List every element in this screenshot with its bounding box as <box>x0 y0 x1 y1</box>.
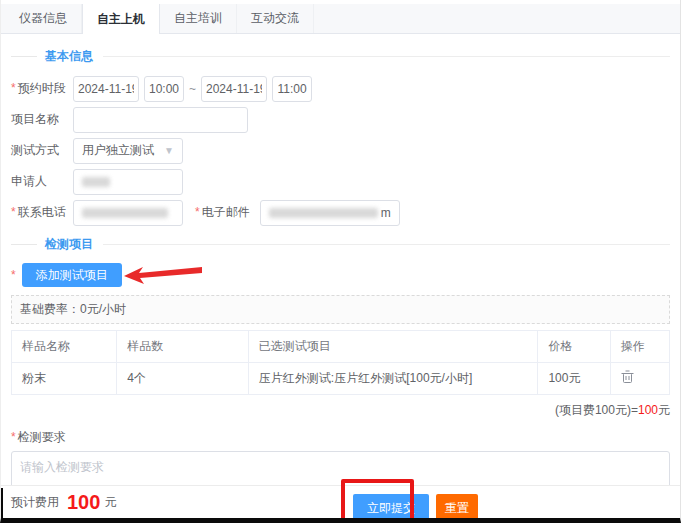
header-operation: 操作 <box>610 331 669 363</box>
test-mode-label: 测试方式 <box>11 142 73 159</box>
section-test-items-title: 检测项目 <box>45 236 93 253</box>
tab-self-training[interactable]: 自主培训 <box>160 4 237 33</box>
required-star: * <box>11 268 16 282</box>
base-rate-box: 基础费率：0元/小时 <box>11 295 670 324</box>
header-sample-name: 样品名称 <box>12 331 117 363</box>
cell-sample-name: 粉末 <box>12 363 117 395</box>
red-annotation-arrow-icon <box>124 265 204 285</box>
tab-bar: 仪器信息 自主上机 自主培训 互动交流 <box>1 4 680 34</box>
row-project-name: 项目名称 <box>11 106 670 133</box>
estimated-fee-label: 预计费用 <box>11 494 59 511</box>
header-price: 价格 <box>538 331 610 363</box>
divider-line <box>11 244 37 245</box>
form-content: 基本信息 *预约时段 ~ 项目名称 测试方式 用户独立测试 ▼ <box>1 34 680 518</box>
start-time-input[interactable] <box>144 76 184 102</box>
delete-item-button[interactable] <box>621 370 634 384</box>
test-items-table: 样品名称 样品数 已选测试项目 价格 操作 粉末 4个 压片红外测试:压片红外测… <box>11 330 670 395</box>
start-date-input[interactable] <box>73 76 139 102</box>
row-contact: *联系电话 *电子邮件 m <box>11 199 670 226</box>
test-mode-value: 用户独立测试 <box>82 142 154 159</box>
table-row: 粉末 4个 压片红外测试:压片红外测试[100元/小时] 100元 <box>12 363 670 395</box>
divider-line <box>11 56 37 57</box>
instrument-booking-page: 仪器信息 自主上机 自主培训 互动交流 基本信息 *预约时段 ~ 项目名称 <box>0 0 681 523</box>
chevron-down-icon: ▼ <box>164 145 174 156</box>
required-star: * <box>195 205 200 219</box>
email-label: *电子邮件 <box>195 204 260 221</box>
footer-bar: 预计费用 100 元 立即提交 重置 <box>1 485 680 518</box>
end-time-input[interactable] <box>272 76 312 102</box>
required-star: * <box>11 81 16 95</box>
date-range-separator: ~ <box>189 82 196 96</box>
section-basic-info: 基本信息 <box>11 48 670 65</box>
project-name-input[interactable] <box>73 107 248 133</box>
tab-instrument-info[interactable]: 仪器信息 <box>5 4 82 33</box>
tab-self-operation[interactable]: 自主上机 <box>82 4 160 34</box>
footer-buttons: 立即提交 重置 <box>353 494 478 522</box>
trash-icon <box>621 370 634 384</box>
redacted-email-value <box>269 208 378 218</box>
phone-input[interactable] <box>73 200 183 226</box>
add-test-item-row: * 添加测试项目 <box>11 263 670 287</box>
fee-summary-value: 100 <box>638 403 658 417</box>
section-basic-info-title: 基本信息 <box>45 48 93 65</box>
reservation-label: *预约时段 <box>11 80 73 97</box>
email-visible-suffix: m <box>381 206 391 220</box>
submit-button[interactable]: 立即提交 <box>353 494 429 522</box>
header-selected-tests: 已选测试项目 <box>248 331 538 363</box>
window-frame-edge <box>1 488 3 518</box>
applicant-label: 申请人 <box>11 173 73 190</box>
row-reservation-period: *预约时段 ~ <box>11 75 670 102</box>
applicant-input[interactable] <box>73 169 183 195</box>
cell-price: 100元 <box>538 363 610 395</box>
table-header-row: 样品名称 样品数 已选测试项目 价格 操作 <box>12 331 670 363</box>
fee-summary: (项目费100元)=100元 <box>11 402 670 419</box>
requirements-label: *检测要求 <box>11 429 670 446</box>
cell-sample-count: 4个 <box>117 363 249 395</box>
add-test-item-button[interactable]: 添加测试项目 <box>22 263 122 287</box>
required-star: * <box>11 205 16 219</box>
redacted-phone-value <box>82 208 168 218</box>
redacted-applicant-value <box>82 177 110 187</box>
row-applicant: 申请人 <box>11 168 670 195</box>
base-rate-text: 基础费率：0元/小时 <box>20 302 126 316</box>
tab-interaction[interactable]: 互动交流 <box>237 4 314 33</box>
row-test-mode: 测试方式 用户独立测试 ▼ <box>11 137 670 164</box>
email-input[interactable]: m <box>260 200 400 226</box>
fee-summary-unit: 元 <box>658 403 670 417</box>
fee-summary-prefix: (项目费100元)= <box>555 403 638 417</box>
header-sample-count: 样品数 <box>117 331 249 363</box>
estimated-fee-value: 100 <box>67 492 100 512</box>
reset-button[interactable]: 重置 <box>436 494 478 522</box>
test-mode-select[interactable]: 用户独立测试 ▼ <box>73 138 183 164</box>
estimated-fee-unit: 元 <box>104 494 116 511</box>
phone-label: *联系电话 <box>11 204 73 221</box>
end-date-input[interactable] <box>201 76 267 102</box>
divider-line <box>103 56 670 57</box>
divider-line <box>103 244 670 245</box>
project-name-label: 项目名称 <box>11 111 73 128</box>
required-star: * <box>11 430 16 444</box>
cell-selected-tests: 压片红外测试:压片红外测试[100元/小时] <box>248 363 538 395</box>
section-test-items: 检测项目 <box>11 236 670 253</box>
